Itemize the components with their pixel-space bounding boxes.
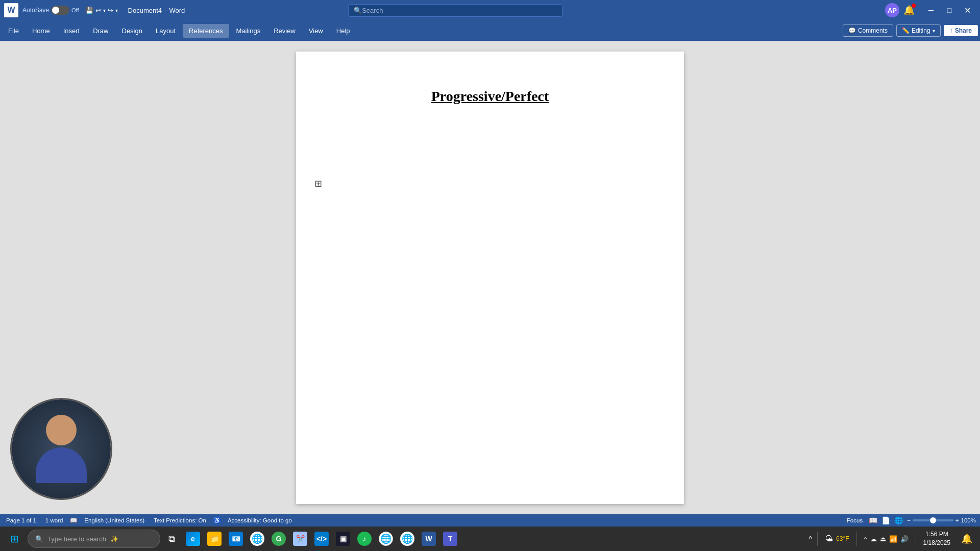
minimize-button[interactable]: ─ (923, 3, 939, 17)
menu-design[interactable]: Design (116, 24, 149, 38)
comment-icon: 💬 (848, 27, 856, 34)
webcam-feed (12, 399, 111, 498)
menu-review[interactable]: Review (267, 24, 302, 38)
close-button[interactable]: ✕ (960, 3, 976, 17)
accessibility-status[interactable]: Accessibility: Good to go (226, 517, 294, 523)
person-head (46, 415, 77, 445)
menu-references[interactable]: References (183, 24, 229, 38)
redo-icon[interactable]: ↪ (108, 7, 113, 14)
document-area[interactable]: Progressive/Perfect ⊞ (0, 41, 980, 514)
snip-app-icon: ✂️ (293, 532, 307, 546)
zoom-level[interactable]: 100% (961, 517, 976, 523)
web-layout-icon[interactable]: 🌐 (894, 516, 903, 524)
chrome3-app-icon: 🌐 (379, 532, 393, 546)
tray-divider-3 (916, 532, 916, 546)
customize-icon[interactable]: ▾ (115, 8, 118, 13)
menu-draw[interactable]: Draw (87, 24, 114, 38)
onedrive-icon[interactable]: ☁ (870, 535, 877, 543)
zoom-out-icon[interactable]: − (907, 517, 911, 523)
weather-icon[interactable]: 🌤 (825, 534, 833, 543)
avatar[interactable]: AP (885, 3, 899, 17)
notification-bell[interactable]: 🔔 (903, 5, 915, 16)
tray-divider-2 (856, 532, 857, 546)
sparkle-icon: ✨ (110, 535, 118, 543)
title-bar: W AutoSave Off 💾 ↩ ▾ ↪ ▾ Document4 – Wor… (0, 0, 980, 20)
chevron-up-icon[interactable]: ^ (806, 535, 814, 543)
document-page[interactable]: Progressive/Perfect ⊞ (296, 52, 684, 504)
main-content: Progressive/Perfect ⊞ (0, 41, 980, 514)
titlebar-right: AP 🔔 (885, 3, 915, 17)
autosave-area: AutoSave Off (22, 6, 79, 15)
taskbar-chrome3-icon[interactable]: 🌐 (376, 529, 396, 549)
menu-home[interactable]: Home (26, 24, 56, 38)
save-icon[interactable]: 💾 (85, 7, 93, 14)
taskbar-spotify-icon[interactable]: ♪ (354, 529, 375, 549)
read-mode-icon[interactable]: 📖 (869, 516, 877, 524)
share-icon: ↑ (950, 27, 953, 34)
network-icon[interactable]: 📶 (889, 535, 897, 543)
comments-button[interactable]: 💬 Comments (843, 24, 893, 37)
zoom-thumb[interactable] (930, 517, 936, 523)
notification-center-icon: 🔔 (961, 533, 972, 544)
menu-insert[interactable]: Insert (57, 24, 86, 38)
status-bar: Page 1 of 1 1 word 📖 English (United Sta… (0, 514, 980, 527)
menu-mailings[interactable]: Mailings (230, 24, 267, 38)
search-input[interactable] (362, 7, 557, 14)
taskbar-app-icon-8[interactable]: ▣ (333, 529, 353, 549)
maximize-button[interactable]: □ (941, 3, 958, 17)
taskbar-explorer-icon[interactable]: 📁 (204, 529, 225, 549)
zoom-in-icon[interactable]: + (955, 517, 959, 523)
taskbar-chrome4-icon[interactable]: 🌐 (397, 529, 418, 549)
menu-layout[interactable]: Layout (150, 24, 182, 38)
editing-button[interactable]: ✏️ Editing ▾ (896, 24, 941, 37)
word-taskbar-icon: W (422, 532, 436, 546)
share-button[interactable]: ↑ Share (944, 25, 978, 36)
menu-view[interactable]: View (303, 24, 329, 38)
taskbar-search-box[interactable]: 🔍 Type here to search ✨ (28, 530, 160, 548)
search-icon: 🔍 (354, 7, 362, 14)
taskbar-search-icon: 🔍 (35, 535, 43, 543)
taskbar-edge-icon[interactable]: e (183, 529, 203, 549)
print-layout-icon[interactable]: 📄 (881, 516, 890, 524)
spotify-app-icon: ♪ (357, 532, 372, 546)
taskbar-outlook-icon[interactable]: 📧 (226, 529, 246, 549)
autosave-state: Off (71, 7, 79, 13)
chrome-app-icon: 🌐 (250, 532, 264, 546)
document-title: Document4 – Word (128, 7, 185, 14)
show-hidden-icon[interactable]: ^ (864, 535, 867, 543)
pencil-icon: ✏️ (902, 27, 910, 34)
language[interactable]: English (United States) (82, 517, 146, 523)
search-box[interactable]: 🔍 (348, 4, 562, 17)
taskbar-chrome-icon[interactable]: 🌐 (247, 529, 267, 549)
notification-dot (912, 4, 916, 8)
start-button[interactable]: ⊞ (3, 528, 26, 550)
spellcheck-icon[interactable]: 📖 (70, 517, 77, 524)
undo-icon[interactable]: ↩ (95, 7, 101, 14)
task-view-button[interactable]: ⧉ (161, 529, 182, 549)
taskbar-snip-icon[interactable]: ✂️ (290, 529, 310, 549)
volume-icon[interactable]: 🔊 (900, 535, 909, 543)
taskbar-chrome2-icon[interactable]: G (268, 529, 289, 549)
webcam-overlay (10, 398, 112, 500)
focus-button[interactable]: Focus (845, 517, 865, 523)
autosave-label: AutoSave (22, 7, 49, 14)
undo-dropdown-icon[interactable]: ▾ (103, 8, 106, 13)
menu-help[interactable]: Help (330, 24, 356, 38)
system-clock[interactable]: 1:56 PM 1/18/2025 (919, 530, 954, 547)
usb-icon[interactable]: ⏏ (880, 535, 886, 543)
page-info[interactable]: Page 1 of 1 (4, 517, 38, 523)
zoom-slider[interactable] (913, 519, 953, 521)
text-predictions[interactable]: Text Predictions: On (152, 517, 208, 523)
clock-date: 1/18/2025 (923, 539, 950, 547)
word-count[interactable]: 1 word (43, 517, 65, 523)
tray-icons-group: 🌤 63°F (821, 534, 853, 543)
notification-center-button[interactable]: 🔔 (957, 529, 977, 549)
word-logo: W (4, 3, 18, 17)
taskbar-vscode-icon[interactable]: </> (311, 529, 332, 549)
outlook-app-icon: 📧 (229, 532, 243, 546)
menu-file[interactable]: File (2, 24, 25, 38)
autosave-toggle[interactable] (51, 6, 69, 15)
vscode-app-icon: </> (314, 532, 329, 546)
taskbar-teams-icon[interactable]: T (440, 529, 460, 549)
taskbar-word-icon[interactable]: W (419, 529, 439, 549)
